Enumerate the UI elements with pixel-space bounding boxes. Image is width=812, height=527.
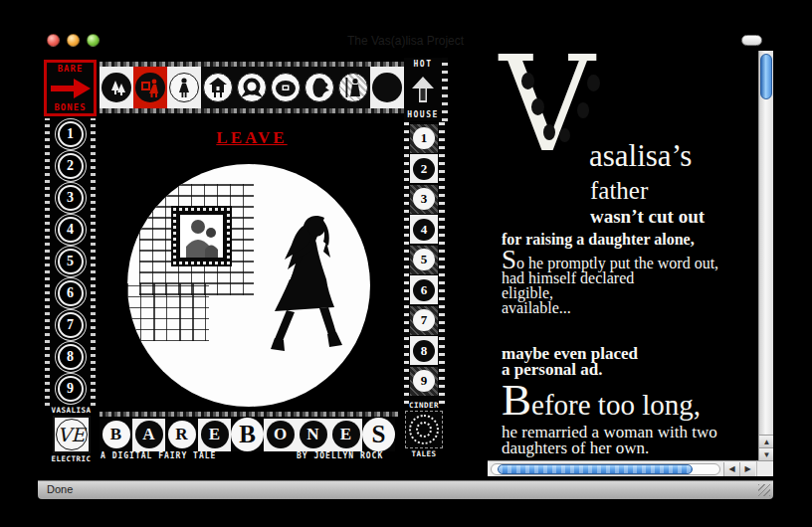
film-number-5[interactable]: 5 — [413, 249, 435, 270]
title-letter: A — [132, 419, 165, 451]
tales-label: TALES — [401, 449, 447, 458]
story-paragraph: he remarried a woman with two daughters … — [502, 425, 717, 456]
film-number-column: 1 2 3 4 5 6 7 8 9 — [403, 122, 445, 404]
scroll-left-button[interactable]: ◀ — [723, 462, 739, 476]
scroll-up-button[interactable]: ▲ — [759, 435, 773, 447]
film-number-2[interactable]: 2 — [413, 158, 435, 180]
cameo-icon — [587, 75, 600, 91]
chain-number-9[interactable]: 9 — [58, 376, 84, 402]
vertical-scrollbar[interactable]: ▲ ▼ — [758, 51, 773, 460]
hut-icon — [203, 73, 233, 102]
screen: The Vas(a)lisa Project BARE BONES — [0, 0, 812, 527]
cinder-spiral-icon — [405, 411, 443, 448]
chain-number-2[interactable]: 2 — [58, 153, 84, 179]
scroll-down-button[interactable]: ▼ — [759, 447, 773, 460]
story-paragraph: Before too long, — [502, 381, 701, 424]
nav-cinder-tales[interactable]: CINDER TALES — [401, 401, 447, 467]
nav-icon-frame-hands[interactable] — [269, 67, 303, 108]
window-title: The Vas(a)lisa Project — [38, 34, 773, 48]
frame-hands-icon — [271, 73, 301, 102]
film-number-1[interactable]: 1 — [413, 127, 435, 149]
chain-number-6[interactable]: 6 — [58, 280, 84, 306]
toolbar-toggle-button[interactable] — [741, 35, 762, 46]
nav-icon-doll[interactable] — [167, 67, 201, 108]
horizontal-scrollbar[interactable]: ◀ ▶ — [488, 460, 756, 476]
title-letter: B — [100, 419, 132, 451]
vasalisa-label: VASALISA — [44, 406, 99, 415]
chain-number-8[interactable]: 8 — [58, 344, 84, 370]
heading-father: father — [590, 177, 648, 205]
scroll-right-button[interactable]: ▶ — [739, 462, 755, 476]
ve-monogram-icon: VE — [53, 416, 91, 453]
title-letter: S — [362, 419, 395, 451]
story-line: for raising a daughter alone, — [502, 231, 695, 249]
chain-number-3[interactable]: 3 — [58, 185, 84, 211]
walking-girl-silhouette — [265, 212, 354, 361]
story-text-frame: V asalisa’s father wasn’t cut out for ra… — [488, 51, 758, 460]
wallpaper-pattern — [127, 283, 209, 341]
heading-wasnt-cut-out: wasn’t cut out — [590, 206, 705, 228]
nav-bare-bones[interactable]: BARE BONES — [44, 60, 97, 116]
chain-number-5[interactable]: 5 — [58, 249, 84, 274]
cameo-icon — [543, 124, 555, 140]
red-right-arrow-icon — [51, 79, 91, 98]
page-content: BARE BONES — [38, 51, 773, 481]
ring-hands-icon — [237, 73, 267, 102]
cameo-icon — [559, 128, 570, 142]
film-number-4[interactable]: 4 — [413, 219, 435, 241]
film-number-8[interactable]: 8 — [413, 340, 435, 362]
cameo-icon — [531, 98, 544, 115]
mother-child-photo — [180, 215, 223, 258]
chain-number-1[interactable]: 1 — [58, 121, 84, 147]
nav-icon-witch[interactable] — [303, 67, 336, 108]
film-number-6[interactable]: 6 — [413, 279, 435, 301]
vertical-scrollbar-thumb[interactable] — [760, 54, 772, 99]
film-number-9[interactable]: 9 — [413, 370, 435, 392]
title-letter: O — [264, 419, 297, 451]
horizontal-scrollbar-track[interactable] — [491, 463, 720, 475]
cameo-icon — [577, 102, 589, 118]
chain-number-7[interactable]: 7 — [58, 312, 84, 338]
witch-profile-icon — [304, 73, 334, 102]
resize-grip-icon[interactable] — [758, 484, 770, 496]
nav-icon-hut[interactable] — [201, 67, 235, 108]
status-text: Done — [47, 483, 73, 495]
initial-cap-b: B — [502, 375, 531, 425]
titlebar: The Vas(a)lisa Project — [38, 30, 773, 52]
down-arrow-icon: ▼ — [763, 450, 771, 459]
horizontal-scrollbar-thumb[interactable] — [498, 464, 693, 474]
nav-icon-leave-selected[interactable] — [133, 67, 167, 108]
bones-label: BONES — [54, 102, 86, 112]
nav-hot-house[interactable]: HOT HOUSE — [404, 58, 448, 121]
up-arrow-icon — [412, 77, 434, 102]
status-bar: Done — [38, 480, 773, 499]
story-paragraph: So he promptly put the word out, had him… — [502, 253, 718, 315]
bare-label: BARE — [58, 64, 84, 74]
nav-icon-baba-yaga[interactable] — [336, 67, 370, 108]
film-number-7[interactable]: 7 — [413, 309, 435, 331]
nav-icon-ring-hands[interactable] — [235, 67, 269, 108]
nav-icon-strip — [100, 62, 404, 113]
house-label: HOUSE — [407, 110, 439, 119]
up-arrow-icon: ▲ — [763, 438, 771, 446]
vasalisa-electric-logo[interactable]: VASALISA VE ELECTRIC — [44, 406, 99, 467]
framed-portrait — [171, 206, 232, 266]
nav-icon-forest[interactable] — [100, 67, 133, 108]
cameo-icon — [521, 73, 534, 89]
nav-icon-dark-moon[interactable] — [370, 67, 404, 108]
right-arrow-icon: ▶ — [744, 464, 750, 473]
chain-number-column: 1 2 3 4 5 6 7 8 9 — [44, 118, 97, 406]
leave-link[interactable]: LEAVE — [216, 128, 287, 148]
doll-icon — [169, 73, 199, 102]
title-letter: E — [329, 419, 362, 451]
leave-girl-icon — [135, 73, 165, 102]
chain-number-4[interactable]: 4 — [58, 217, 84, 243]
story-stage: LEAVE — [100, 114, 404, 413]
story-paragraph: maybe even placed a personal ad. — [502, 346, 638, 378]
cinder-label: CINDER — [401, 401, 447, 410]
baba-yaga-icon — [338, 73, 368, 102]
heading-vasalisas: asalisa’s — [589, 138, 692, 174]
left-arrow-icon: ◀ — [728, 464, 734, 473]
byline-joellyn-rock: BY JOELLYN ROCK — [297, 451, 383, 460]
film-number-3[interactable]: 3 — [413, 188, 435, 210]
